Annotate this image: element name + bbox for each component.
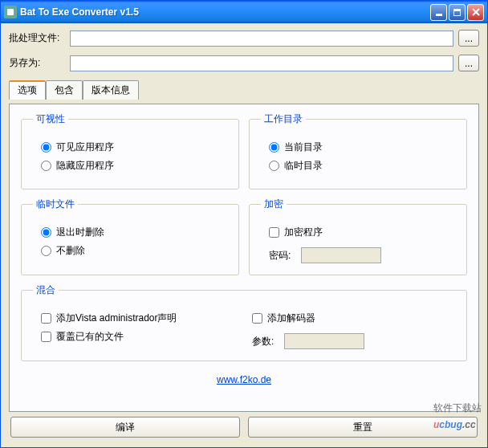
tab-include[interactable]: 包含 <box>46 80 83 100</box>
maximize-button[interactable] <box>449 4 466 21</box>
minimize-button[interactable] <box>430 4 447 21</box>
radio-dont-delete-input[interactable] <box>41 246 51 256</box>
radio-hidden-app-label: 隐藏应用程序 <box>56 159 114 173</box>
radio-hidden-app-input[interactable] <box>41 161 51 171</box>
radio-temp-dir-input[interactable] <box>269 161 279 171</box>
save-as-row: 另存为: ... <box>9 55 479 71</box>
check-vista-admin[interactable]: 添加Vista administrador声明 <box>41 312 244 325</box>
app-window: Bat To Exe Converter v1.5 批处理文件: ... 另存为… <box>0 0 488 448</box>
tab-panel-options: 可视性 可见应用程序 隐藏应用程序 工作目录 当前目录 <box>9 104 479 412</box>
batch-file-browse-button[interactable]: ... <box>458 30 479 47</box>
radio-current-dir-label: 当前目录 <box>284 141 323 154</box>
save-as-browse-button[interactable]: ... <box>458 55 479 71</box>
group-tempfiles: 临时文件 退出时删除 不删除 <box>21 198 239 275</box>
check-overwrite-input[interactable] <box>41 332 51 342</box>
radio-current-dir[interactable]: 当前目录 <box>269 141 455 154</box>
legend-visibility: 可视性 <box>33 112 68 126</box>
radio-dont-delete[interactable]: 不删除 <box>41 244 227 258</box>
title-bar: Bat To Exe Converter v1.5 <box>1 1 487 23</box>
check-add-decoder-label: 添加解码器 <box>267 312 315 325</box>
radio-hidden-app[interactable]: 隐藏应用程序 <box>41 159 227 173</box>
radio-temp-dir-label: 临时目录 <box>284 159 323 173</box>
check-encrypt-program-label: 加密程序 <box>284 226 323 239</box>
tab-bar: 选项 包含 版本信息 <box>9 80 479 100</box>
radio-visible-app-input[interactable] <box>41 142 51 153</box>
check-add-decoder[interactable]: 添加解码器 <box>252 312 455 325</box>
check-encrypt-program[interactable]: 加密程序 <box>269 226 455 239</box>
batch-file-row: 批处理文件: ... <box>9 30 479 47</box>
radio-current-dir-input[interactable] <box>269 142 279 153</box>
radio-delete-on-exit-input[interactable] <box>41 227 51 238</box>
check-vista-admin-label: 添加Vista administrador声明 <box>56 312 177 325</box>
legend-tempfiles: 临时文件 <box>33 198 78 211</box>
check-vista-admin-input[interactable] <box>41 313 51 324</box>
password-label: 密码: <box>269 249 295 263</box>
radio-visible-app-label: 可见应用程序 <box>56 141 114 154</box>
password-input[interactable] <box>301 247 381 263</box>
tab-options[interactable]: 选项 <box>9 80 46 100</box>
params-input[interactable] <box>284 333 364 349</box>
window-body: 批处理文件: ... 另存为: ... 选项 包含 版本信息 可视性 可见应用程… <box>1 23 487 447</box>
radio-delete-on-exit-label: 退出时删除 <box>56 226 104 239</box>
close-icon <box>472 8 480 16</box>
reset-button[interactable]: 重置 <box>248 417 478 438</box>
group-workdir: 工作目录 当前目录 临时目录 <box>249 112 467 189</box>
radio-delete-on-exit[interactable]: 退出时删除 <box>41 226 227 239</box>
website-link[interactable]: www.f2ko.de <box>21 374 467 385</box>
save-as-label: 另存为: <box>9 56 65 70</box>
close-button[interactable] <box>467 4 484 21</box>
radio-visible-app[interactable]: 可见应用程序 <box>41 141 227 154</box>
compile-button[interactable]: 编译 <box>10 417 240 438</box>
params-row: 参数: <box>252 333 455 349</box>
check-overwrite[interactable]: 覆盖已有的文件 <box>41 330 244 344</box>
save-as-input[interactable] <box>70 55 453 71</box>
legend-workdir: 工作目录 <box>261 112 306 126</box>
tab-version-info[interactable]: 版本信息 <box>83 80 139 100</box>
app-icon <box>4 6 17 18</box>
params-label: 参数: <box>252 335 278 348</box>
batch-file-input[interactable] <box>70 31 453 47</box>
check-add-decoder-input[interactable] <box>252 313 262 324</box>
batch-file-label: 批处理文件: <box>9 31 65 45</box>
group-visibility: 可视性 可见应用程序 隐藏应用程序 <box>21 112 239 189</box>
bottom-button-bar: 编译 重置 <box>9 417 479 441</box>
radio-temp-dir[interactable]: 临时目录 <box>269 159 455 173</box>
check-encrypt-program-input[interactable] <box>269 227 279 238</box>
check-overwrite-label: 覆盖已有的文件 <box>56 330 124 344</box>
window-title: Bat To Exe Converter v1.5 <box>20 6 429 18</box>
group-encrypt: 加密 加密程序 密码: <box>249 198 467 275</box>
legend-encrypt: 加密 <box>261 198 287 211</box>
radio-dont-delete-label: 不删除 <box>56 244 85 258</box>
password-row: 密码: <box>269 247 455 263</box>
legend-mixed: 混合 <box>33 283 59 297</box>
group-mixed: 混合 添加Vista administrador声明 覆盖已有的文件 <box>21 283 467 361</box>
